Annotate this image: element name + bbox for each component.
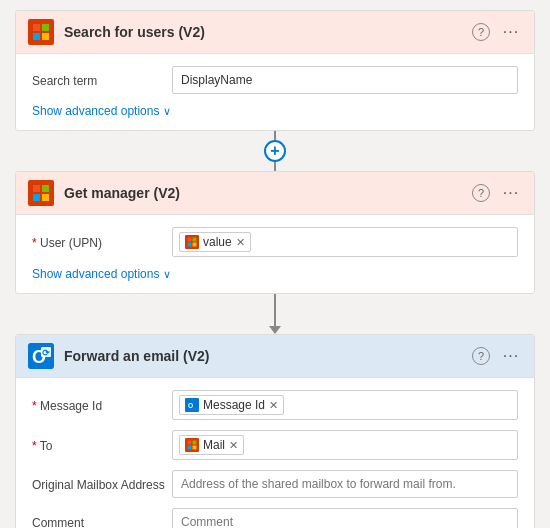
office-square-icon-2: [28, 180, 54, 206]
search-term-row: Search term: [32, 66, 518, 94]
forward-email-body: Message Id O Message Id ✕: [16, 378, 534, 528]
arrow-line-1: [274, 294, 276, 326]
search-users-card: Search for users (V2) ? ··· Search term …: [15, 10, 535, 131]
search-users-help-btn[interactable]: ?: [470, 21, 492, 43]
get-manager-card: Get manager (V2) ? ··· User (UPN): [15, 171, 535, 294]
show-advanced-2-label: Show advanced options: [32, 267, 159, 281]
arrow-head-1: [269, 326, 281, 334]
help-icon-2: ?: [472, 184, 490, 202]
svg-rect-10: [188, 243, 192, 247]
add-step-btn-1[interactable]: +: [264, 140, 286, 162]
svg-text:⟳: ⟳: [42, 348, 50, 358]
get-manager-header: Get manager (V2) ? ···: [16, 172, 534, 215]
user-upn-input[interactable]: value ✕: [172, 227, 518, 257]
get-manager-help-btn[interactable]: ?: [470, 182, 492, 204]
value-tag-close[interactable]: ✕: [236, 237, 245, 248]
outlook-icon: O ⟳: [28, 343, 54, 369]
message-id-label: Message Id: [32, 397, 172, 413]
to-tag-text: Mail: [203, 438, 225, 452]
to-label: To: [32, 437, 172, 453]
get-manager-more-btn[interactable]: ···: [500, 182, 522, 204]
original-mailbox-row: Original Mailbox Address: [32, 470, 518, 498]
office-icon-1: [28, 19, 54, 45]
search-users-more-btn[interactable]: ···: [500, 21, 522, 43]
search-users-header: Search for users (V2) ? ···: [16, 11, 534, 54]
connector-line-bottom-1: [274, 162, 276, 171]
tag-office-icon: [185, 235, 199, 249]
message-id-tag: O Message Id ✕: [179, 395, 284, 415]
chevron-down-icon-2: ∨: [163, 268, 171, 281]
message-id-tag-icon: O: [185, 398, 199, 412]
more-icon-3: ···: [503, 347, 519, 365]
svg-rect-21: [188, 446, 192, 450]
search-term-label: Search term: [32, 72, 172, 88]
search-term-input[interactable]: [172, 66, 518, 94]
svg-rect-11: [193, 243, 197, 247]
svg-rect-19: [188, 441, 192, 445]
svg-rect-0: [33, 24, 40, 31]
message-id-row: Message Id O Message Id ✕: [32, 390, 518, 420]
forward-email-help-btn[interactable]: ?: [470, 345, 492, 367]
to-tag: Mail ✕: [179, 435, 244, 455]
message-id-tag-text: Message Id: [203, 398, 265, 412]
forward-email-card: O ⟳ Forward an email (V2) ? ··· Message: [15, 334, 535, 528]
forward-email-actions: ? ···: [470, 345, 522, 367]
forward-email-more-btn[interactable]: ···: [500, 345, 522, 367]
flow-container: Search for users (V2) ? ··· Search term …: [10, 10, 540, 528]
more-icon: ···: [503, 23, 519, 41]
chevron-down-icon-1: ∨: [163, 105, 171, 118]
show-advanced-1[interactable]: Show advanced options ∨: [32, 104, 518, 118]
comment-input[interactable]: [172, 508, 518, 528]
value-tag: value ✕: [179, 232, 251, 252]
svg-rect-22: [193, 446, 197, 450]
help-icon: ?: [472, 23, 490, 41]
get-manager-body: User (UPN) value ✕: [16, 215, 534, 293]
office-square-icon: [28, 19, 54, 45]
plus-icon-1: +: [270, 142, 279, 160]
to-tag-close[interactable]: ✕: [229, 440, 238, 451]
svg-rect-20: [193, 441, 197, 445]
svg-text:O: O: [188, 402, 193, 409]
to-row: To Mail ✕: [32, 430, 518, 460]
outlook-icon-container: O ⟳: [28, 343, 54, 369]
show-advanced-2[interactable]: Show advanced options ∨: [32, 267, 518, 281]
forward-email-header: O ⟳ Forward an email (V2) ? ···: [16, 335, 534, 378]
svg-rect-1: [42, 24, 49, 31]
svg-rect-5: [42, 185, 49, 192]
more-icon-2: ···: [503, 184, 519, 202]
to-tag-icon: [185, 438, 199, 452]
value-tag-text: value: [203, 235, 232, 249]
svg-rect-7: [42, 194, 49, 201]
user-upn-row: User (UPN) value ✕: [32, 227, 518, 257]
get-manager-title: Get manager (V2): [64, 185, 470, 201]
message-id-input[interactable]: O Message Id ✕: [172, 390, 518, 420]
connector-arrow-1: [269, 294, 281, 334]
svg-rect-9: [193, 238, 197, 242]
message-id-tag-close[interactable]: ✕: [269, 400, 278, 411]
original-mailbox-input[interactable]: [172, 470, 518, 498]
connector-plus-1: +: [264, 131, 286, 171]
svg-rect-3: [42, 33, 49, 40]
help-icon-3: ?: [472, 347, 490, 365]
svg-rect-2: [33, 33, 40, 40]
to-input[interactable]: Mail ✕: [172, 430, 518, 460]
comment-row: Comment: [32, 508, 518, 528]
connector-line-top-1: [274, 131, 276, 140]
svg-rect-4: [33, 185, 40, 192]
comment-label: Comment: [32, 514, 172, 528]
get-manager-actions: ? ···: [470, 182, 522, 204]
svg-rect-8: [188, 238, 192, 242]
search-users-title: Search for users (V2): [64, 24, 470, 40]
forward-email-title: Forward an email (V2): [64, 348, 470, 364]
search-users-body: Search term Show advanced options ∨: [16, 54, 534, 130]
svg-rect-6: [33, 194, 40, 201]
office-icon-2: [28, 180, 54, 206]
original-mailbox-label: Original Mailbox Address: [32, 476, 172, 492]
show-advanced-1-label: Show advanced options: [32, 104, 159, 118]
search-users-actions: ? ···: [470, 21, 522, 43]
user-upn-label: User (UPN): [32, 234, 172, 250]
